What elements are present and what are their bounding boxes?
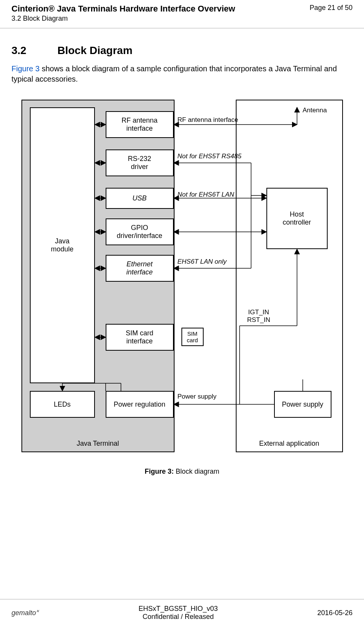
footer-date: 2016-05-26 bbox=[317, 609, 353, 617]
sim-card-box: SIM card bbox=[181, 328, 204, 346]
page-footer: gemalto✕ EHSxT_BGS5T_HIO_v03 Confidentia… bbox=[0, 599, 364, 621]
breadcrumb: 3.2 Block Diagram bbox=[11, 15, 353, 23]
footer-center: EHSxT_BGS5T_HIO_v03 Confidential / Relea… bbox=[39, 605, 317, 621]
ethernet-conn-label: EHS6T LAN only bbox=[178, 258, 227, 266]
ethernet-interface-box: Ethernet interface bbox=[106, 255, 174, 282]
block-diagram: Java Terminal External application Java … bbox=[21, 96, 343, 460]
leds-box: LEDs bbox=[30, 391, 95, 418]
sim-text: SIM card interface bbox=[126, 329, 153, 345]
sim-card-text: SIM card bbox=[187, 330, 198, 343]
gemalto-logo: gemalto✕ bbox=[11, 609, 39, 617]
gpio-text: GPIO driver/interface bbox=[117, 224, 162, 240]
host-ctl-text: Host controller bbox=[282, 210, 311, 227]
rs232-text: RS-232 driver bbox=[128, 155, 151, 171]
usb-conn-label: Not for EHS6T LAN bbox=[178, 191, 234, 199]
footer-doc-id: EHSxT_BGS5T_HIO_v03 bbox=[39, 605, 317, 613]
section-heading: 3.2Block Diagram bbox=[11, 44, 353, 57]
usb-box: USB bbox=[106, 188, 174, 209]
power-supply-conn-label: Power supply bbox=[178, 393, 217, 400]
figure-caption: Figure 3: Block diagram bbox=[11, 468, 353, 476]
rf-antenna-text: RF antenna interface bbox=[121, 117, 157, 133]
sim-card-interface-box: SIM card interface bbox=[106, 324, 174, 351]
antenna-label: Antenna bbox=[303, 107, 327, 114]
rf-antenna-conn-label: RF antenna interface bbox=[178, 116, 238, 124]
igt-rst-conn-label: IGT_IN RST_IN bbox=[247, 309, 270, 324]
doc-title: Cinterion® Java Terminals Hardware Inter… bbox=[11, 4, 353, 14]
leds-text: LEDs bbox=[54, 400, 70, 409]
rs232-driver-box: RS-232 driver bbox=[106, 149, 174, 176]
java-module-text: Java module bbox=[51, 237, 73, 253]
power-regulation-box: Power regulation bbox=[106, 391, 174, 418]
figure-caption-bold: Figure 3: bbox=[145, 468, 174, 475]
intro-paragraph: Figure 3 shows a block diagram of a samp… bbox=[11, 64, 353, 84]
figure-cross-ref[interactable]: Figure 3 bbox=[11, 64, 39, 73]
gpio-box: GPIO driver/interface bbox=[106, 218, 174, 245]
host-controller-box: Host controller bbox=[266, 188, 328, 249]
section-title: Block Diagram bbox=[57, 44, 132, 56]
footer-classification: Confidential / Released bbox=[39, 613, 317, 621]
page-header: Cinterion® Java Terminals Hardware Inter… bbox=[0, 0, 364, 23]
usb-text: USB bbox=[132, 194, 147, 202]
section-number: 3.2 bbox=[11, 44, 57, 57]
figure-caption-text: Block diagram bbox=[174, 468, 219, 475]
logo-mark: ✕ bbox=[36, 609, 39, 613]
logo-text: gemalto bbox=[11, 609, 36, 617]
ethernet-text: Ethernet interface bbox=[126, 260, 153, 276]
java-module-box: Java module bbox=[30, 107, 95, 383]
content-area: 3.2Block Diagram Figure 3 shows a block … bbox=[0, 28, 364, 476]
page-number: Page 21 of 50 bbox=[310, 4, 353, 12]
rf-antenna-interface-box: RF antenna interface bbox=[106, 111, 174, 138]
power-supply-box: Power supply bbox=[274, 391, 331, 418]
rs232-conn-label: Not for EHS5T RS485 bbox=[178, 153, 242, 160]
power-supply-text: Power supply bbox=[282, 400, 323, 409]
intro-text: shows a block diagram of a sample config… bbox=[11, 64, 337, 83]
power-reg-text: Power regulation bbox=[114, 400, 165, 409]
